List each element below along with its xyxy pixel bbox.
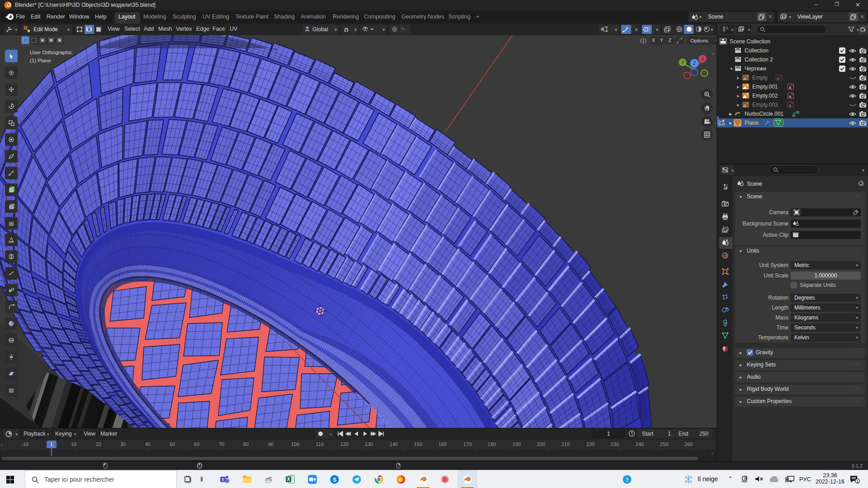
svg-text:Y: Y <box>681 60 684 65</box>
svg-text:S: S <box>333 476 337 483</box>
svg-text:1: 1 <box>856 479 859 483</box>
svg-text:X: X <box>701 56 704 61</box>
svg-text:?: ? <box>626 476 629 483</box>
svg-text:X: X <box>287 477 290 482</box>
svg-text:T: T <box>222 478 224 482</box>
svg-text:Z: Z <box>693 61 696 66</box>
